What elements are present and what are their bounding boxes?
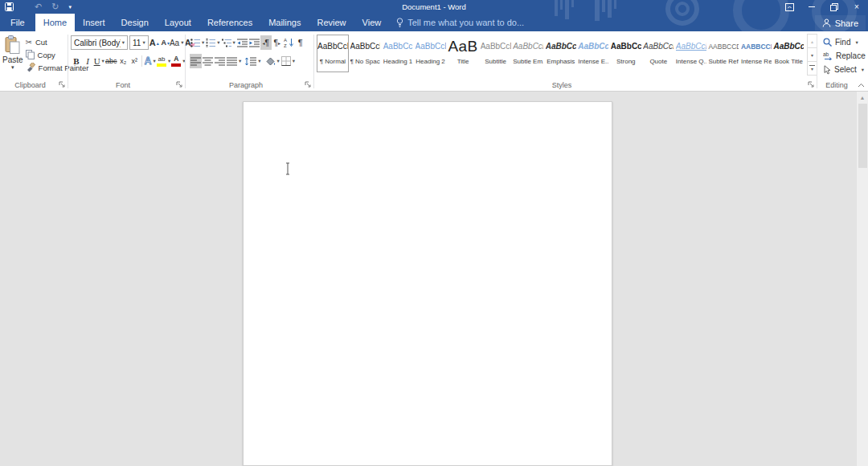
bullets-icon — [190, 39, 200, 47]
tab-file[interactable]: File — [0, 14, 35, 31]
clipboard-dialog-launcher[interactable] — [58, 80, 66, 88]
line-spacing-button[interactable]: ▾ — [244, 54, 261, 68]
ribbon: Paste ▾ ✂ Cut Copy — [0, 31, 868, 92]
replace-button[interactable]: ab Replace — [823, 49, 868, 63]
find-label: Find — [835, 38, 850, 47]
word-window: ↶ ↻ ▾ Document1 - Word — [0, 0, 868, 466]
ltr-text-direction-button[interactable]: ◂¶ — [260, 35, 272, 50]
rtl-text-direction-button[interactable]: ¶▸ — [272, 35, 283, 50]
find-button[interactable]: Find ▾ — [823, 35, 868, 49]
style-quote[interactable]: AaBbCcDc Quote — [642, 35, 674, 72]
font-size-combo[interactable]: 11 ▾ — [129, 35, 149, 50]
font-color-icon: A — [171, 55, 181, 67]
styles-dialog-launcher[interactable] — [807, 80, 815, 88]
strikethrough-button[interactable]: abc — [104, 54, 117, 68]
dialog-launcher-icon — [59, 81, 65, 88]
align-left-icon — [190, 57, 201, 66]
minimize-button[interactable] — [800, 0, 823, 14]
align-left-button[interactable] — [190, 54, 202, 68]
decrease-indent-button[interactable] — [236, 35, 248, 50]
cut-label: Cut — [35, 38, 47, 47]
tab-layout[interactable]: Layout — [157, 14, 199, 31]
group-paragraph: ▾ ▾ ▾ — [186, 31, 314, 91]
text-highlight-button[interactable]: ab ▾ — [156, 54, 170, 68]
scroll-up-button[interactable]: ▲ — [857, 92, 868, 103]
style-intense-quote[interactable]: AaBbCcDc Intense Q... — [675, 35, 707, 72]
tab-view[interactable]: View — [354, 14, 390, 31]
align-right-button[interactable] — [214, 54, 226, 68]
show-hide-formatting-button[interactable]: ¶ — [295, 35, 306, 50]
format-painter-icon — [26, 63, 35, 72]
tell-me-box[interactable]: Tell me what you want to do... — [389, 14, 531, 31]
numbering-button[interactable]: ▾ — [205, 35, 220, 50]
align-center-button[interactable] — [202, 54, 214, 68]
restore-icon — [830, 3, 838, 11]
sort-button[interactable]: AZ — [283, 35, 295, 50]
shading-button[interactable]: ▾ — [264, 54, 280, 68]
style-heading-2[interactable]: AaBbCcD Heading 2 — [415, 35, 447, 72]
paragraph-group-label: Paragraph — [186, 81, 306, 89]
caret-down-icon: ▾ — [811, 52, 813, 58]
style-emphasis[interactable]: AaBbCcDc Emphasis — [545, 35, 577, 72]
increase-indent-button[interactable] — [248, 35, 260, 50]
pilcrow-icon: ¶ — [265, 39, 269, 47]
close-icon: × — [854, 2, 859, 11]
shading-bucket-icon — [265, 56, 276, 66]
font-size-value: 11 — [133, 39, 141, 47]
chevron-down-icon: ▾ — [233, 39, 235, 46]
scissors-icon: ✂ — [26, 38, 32, 47]
tab-mailings[interactable]: Mailings — [260, 14, 309, 31]
styles-scroll-up-button[interactable]: ▴ — [807, 34, 817, 48]
underline-button[interactable]: U▾ — [93, 54, 104, 68]
subscript-button[interactable]: x₂ — [117, 54, 129, 68]
tab-insert[interactable]: Insert — [75, 14, 113, 31]
font-name-combo[interactable]: Calibri (Body) ▾ — [71, 35, 128, 50]
multilevel-list-button[interactable]: ▾ — [221, 35, 236, 50]
group-editing: Find ▾ ab Replace Select ▾ Editing — [817, 31, 868, 91]
document-page[interactable] — [243, 101, 612, 466]
font-row-1: Calibri (Body) ▾ 11 ▾ A▴ A▾ Aa▾ A — [71, 35, 186, 51]
font-dialog-launcher[interactable] — [175, 80, 183, 88]
styles-more-button[interactable]: ▾ — [807, 61, 817, 76]
ribbon-display-options-button[interactable] — [778, 0, 800, 14]
chevron-down-icon: ▾ — [142, 39, 145, 46]
text-effects-button[interactable]: A▾ — [144, 54, 156, 68]
style-heading-1[interactable]: AaBbCc Heading 1 — [382, 35, 414, 72]
paragraph-dialog-launcher[interactable] — [304, 80, 312, 88]
restore-button[interactable] — [823, 0, 845, 14]
share-button[interactable]: Share — [815, 15, 866, 31]
style-book-title[interactable]: AaBbCcDc Book Title — [772, 35, 805, 72]
paste-button[interactable]: Paste ▾ — [2, 34, 23, 91]
style-intense-emphasis[interactable]: AaBbCcDc Intense E... — [577, 35, 609, 72]
style-subtitle[interactable]: AaBbCcD Subtitle — [480, 35, 512, 72]
change-case-button[interactable]: Aa▾ — [171, 35, 182, 50]
grow-font-button[interactable]: A▴ — [149, 35, 160, 50]
collapse-ribbon-button[interactable] — [858, 83, 865, 88]
style-title[interactable]: AaB Title — [447, 35, 479, 72]
superscript-button[interactable]: x² — [129, 54, 140, 68]
style-subtle-emphasis[interactable]: AaBbCcDc Subtle Em... — [512, 35, 544, 72]
tab-review[interactable]: Review — [309, 14, 354, 31]
bullets-button[interactable]: ▾ — [190, 35, 205, 50]
style-intense-reference[interactable]: AaBbCcDc Intense Re... — [740, 35, 772, 72]
justify-button[interactable]: ▾ — [226, 54, 242, 68]
scrollbar-thumb[interactable] — [858, 104, 867, 168]
svg-text:ab: ab — [823, 51, 829, 57]
line-spacing-icon — [245, 57, 256, 66]
style-normal[interactable]: AaBbCcDc ¶ Normal — [317, 35, 349, 72]
bold-button[interactable]: B — [71, 54, 82, 68]
vertical-scrollbar[interactable]: ▲ — [856, 92, 868, 466]
style-no-spacing[interactable]: AaBbCcDc ¶ No Spac... — [350, 35, 382, 72]
tab-design[interactable]: Design — [113, 14, 157, 31]
close-button[interactable]: × — [845, 0, 868, 14]
styles-scroll-down-button[interactable]: ▾ — [807, 47, 817, 62]
borders-button[interactable]: ▾ — [280, 54, 296, 68]
select-button[interactable]: Select ▾ — [823, 63, 868, 76]
ribbon-display-options-icon — [785, 3, 794, 11]
tab-references[interactable]: References — [199, 14, 260, 31]
tab-home[interactable]: Home — [35, 14, 75, 31]
style-subtle-reference[interactable]: AaBbCcDc Subtle Ref... — [707, 35, 739, 72]
italic-button[interactable]: I — [82, 54, 93, 68]
style-strong[interactable]: AaBbCcDc Strong — [610, 35, 642, 72]
font-color-button[interactable]: A ▾ — [171, 54, 186, 68]
